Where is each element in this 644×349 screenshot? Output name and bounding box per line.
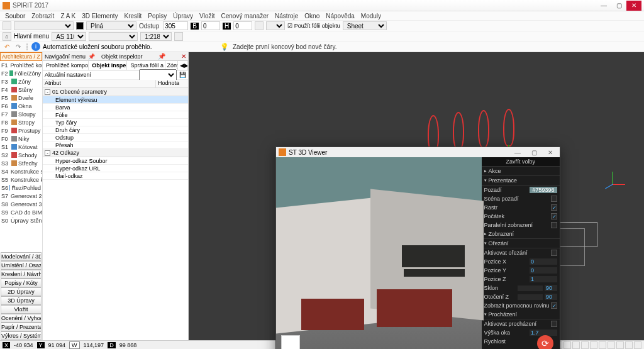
fkey-item-12[interactable]: S3Střechy: [0, 159, 42, 167]
tool-icon-1[interactable]: [255, 21, 264, 30]
fkey-item-19[interactable]: S0Úpravy Stěn: [0, 216, 42, 224]
settings-select[interactable]: [139, 69, 177, 81]
nav-cube[interactable]: [281, 335, 300, 349]
fkey-item-5[interactable]: F6Okna: [0, 102, 42, 110]
tab-scroll[interactable]: ◀▶: [178, 61, 188, 70]
left-button-5[interactable]: 3D Úpravy: [1, 296, 42, 305]
mode-select[interactable]: [89, 32, 138, 41]
main-menu-label[interactable]: Hlavní menu: [14, 33, 49, 40]
menu-cenovy[interactable]: Cenový manažer: [218, 13, 271, 19]
fkey-item-13[interactable]: S4Konstrukce stř...: [0, 167, 42, 175]
rovina-checkbox[interactable]: ✓: [551, 302, 557, 309]
attr-row[interactable]: Přesah: [43, 141, 188, 149]
status-icon-14[interactable]: [608, 341, 615, 349]
menu-zak[interactable]: Z A K: [58, 13, 78, 19]
status-icon-15[interactable]: [616, 341, 624, 349]
color-swatch[interactable]: [76, 22, 84, 30]
posx-value[interactable]: 0: [530, 258, 557, 265]
left-button-2[interactable]: Kreslení / Návrh: [1, 270, 42, 279]
linetype-select[interactable]: Plná: [86, 21, 136, 30]
fkey-item-1[interactable]: F2Fólie/Zóny: [0, 69, 42, 77]
fkey-item-6[interactable]: F7Sloupy: [0, 110, 42, 118]
aktiv-proch-checkbox[interactable]: [551, 321, 557, 327]
menu-nastroje[interactable]: Nástroje: [272, 13, 301, 19]
status-icon-17[interactable]: [634, 341, 641, 349]
fkey-item-10[interactable]: S1Kótovat: [0, 143, 42, 151]
odstup-input[interactable]: [163, 21, 188, 30]
section-zobrazeni[interactable]: ▸Zobrazení: [482, 230, 560, 239]
left-button-0[interactable]: Modelování / 3D El...: [1, 252, 42, 261]
left-button-7[interactable]: Ocenění / Vyhodno...: [1, 314, 42, 323]
fkey-item-9[interactable]: F0Niky: [0, 135, 42, 143]
left-button-1[interactable]: Umístění / Osazení: [1, 261, 42, 270]
scena-checkbox[interactable]: [551, 196, 557, 202]
home-icon[interactable]: ⌂: [3, 32, 11, 41]
status-icon-16[interactable]: [625, 341, 633, 349]
section-akce[interactable]: ▸Akce: [482, 167, 560, 176]
pin-icon[interactable]: 📌: [88, 53, 95, 60]
fkey-item-8[interactable]: F9Prostupy: [0, 126, 42, 135]
menu-vlozit[interactable]: Vložit: [197, 13, 217, 19]
close-button[interactable]: ✕: [626, 1, 641, 11]
minimize-button[interactable]: —: [596, 1, 611, 11]
info-icon[interactable]: i: [31, 42, 40, 51]
new-icon[interactable]: [3, 21, 11, 30]
sheet-select[interactable]: Sheet: [343, 21, 387, 30]
attr-row[interactable]: Typ čáry: [43, 119, 188, 126]
menu-okno[interactable]: Okno: [302, 13, 322, 19]
viewer-render[interactable]: [276, 157, 482, 349]
undo-icon[interactable]: ↶: [3, 42, 11, 51]
dropdown-a[interactable]: [14, 21, 74, 30]
menu-zobrazit[interactable]: Zobrazit: [29, 13, 57, 19]
section-prezentace[interactable]: ▾Prezentace: [482, 176, 560, 186]
refresh-fab[interactable]: ⟳: [537, 335, 553, 349]
menu-upravy[interactable]: Úpravy: [170, 13, 196, 19]
save-settings-icon[interactable]: 💾: [179, 72, 186, 78]
viewer-close[interactable]: ✕: [543, 149, 557, 156]
tool-icon-2[interactable]: [174, 32, 183, 41]
group-links[interactable]: -42 Odkazy: [43, 149, 188, 157]
status-icon-13[interactable]: [599, 341, 606, 349]
scale-select-a[interactable]: AS 1100: [52, 32, 86, 41]
menu-napoveda[interactable]: Nápověda: [323, 13, 357, 19]
maximize-button[interactable]: ▢: [611, 1, 626, 11]
left-button-4[interactable]: 2D Úpravy: [1, 287, 42, 296]
status-icon-9[interactable]: [564, 341, 571, 349]
viewport-3d[interactable]: ST 3D Viewer — ▢ ✕: [189, 52, 644, 340]
left-button-8[interactable]: Papír / Prezentace: [1, 323, 42, 331]
inspector-pin-icon[interactable]: 📌: [158, 53, 165, 60]
redo-icon[interactable]: ↷: [14, 42, 23, 51]
attr-row[interactable]: Odstup: [43, 134, 188, 141]
paralel-checkbox[interactable]: [551, 222, 557, 228]
fkey-item-2[interactable]: F3Zóny: [0, 77, 42, 86]
fkey-item-4[interactable]: F5Dveře: [0, 94, 42, 102]
pocatek-checkbox[interactable]: ✓: [551, 213, 557, 219]
attr-row[interactable]: Hyper-odkaz Soubor: [43, 157, 188, 165]
fkey-item-14[interactable]: S5Konstrukce kr...: [0, 175, 42, 184]
status-icon-10[interactable]: [572, 341, 580, 349]
section-prochazeni[interactable]: ▾Procházení: [482, 310, 560, 319]
left-button-3[interactable]: Popisy / Kóty: [1, 279, 42, 287]
inspector-close-icon[interactable]: ✕: [181, 53, 186, 60]
attr-row[interactable]: Mail-odkaz: [43, 172, 188, 180]
left-button-9[interactable]: Výkres / Systém: [1, 331, 42, 340]
dropdown-b[interactable]: [266, 21, 285, 30]
tab-components[interactable]: Prohlížeč komponentů: [43, 61, 89, 70]
b-input[interactable]: [201, 21, 220, 30]
fkey-item-11[interactable]: S2Schody: [0, 151, 42, 159]
menu-popisy[interactable]: Popisy: [145, 13, 169, 19]
status-icon-11[interactable]: [581, 341, 589, 349]
viewer-titlebar[interactable]: ST 3D Viewer — ▢ ✕: [276, 147, 560, 157]
rastr-checkbox[interactable]: ✓: [551, 204, 557, 211]
panel-header[interactable]: Zavřít volby: [482, 157, 560, 167]
sklon-slider[interactable]: [518, 285, 543, 291]
fkey-item-7[interactable]: F8Stropy: [0, 118, 42, 126]
fkey-item-3[interactable]: F4Stěny: [0, 86, 42, 94]
h-input[interactable]: [233, 21, 252, 30]
attr-row[interactable]: Barva: [43, 104, 188, 111]
status-icon-12[interactable]: [590, 341, 597, 349]
attr-row[interactable]: Fólie: [43, 111, 188, 119]
left-button-6[interactable]: Vložit: [1, 305, 42, 314]
attr-row[interactable]: Hyper-odkaz URL: [43, 165, 188, 172]
posz-value[interactable]: 1: [530, 276, 557, 282]
